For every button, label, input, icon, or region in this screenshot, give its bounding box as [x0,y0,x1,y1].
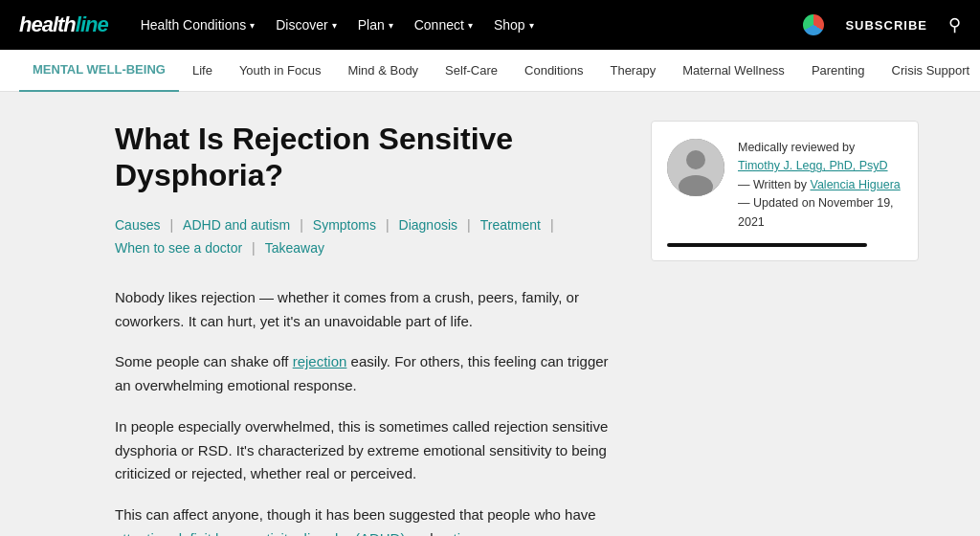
article-content: What Is Rejection Sensitive Dysphoria? C… [0,92,651,536]
chevron-down-icon: ▾ [529,20,534,31]
link-rejection[interactable]: rejection [293,353,347,369]
nav-sep: | [467,217,471,233]
article-body: Nobody likes rejection — whether it come… [115,286,612,536]
author-link[interactable]: Valencia Higuera [811,178,901,191]
reviewer-link[interactable]: Timothy J. Legg, PhD, PsyD [738,159,888,172]
nav-plan-label: Plan [358,17,385,33]
nav-discover-label: Discover [276,17,327,33]
avatar-image [667,139,724,196]
article-nav-row-2: When to see a doctor | Takeaway [115,238,612,257]
review-card-inner: Medically reviewed by Timothy J. Legg, P… [667,139,902,232]
article-title: What Is Rejection Sensitive Dysphoria? [115,121,612,194]
review-progress-bar [667,243,867,247]
chevron-down-icon: ▾ [332,20,337,31]
chevron-down-icon: ▾ [389,20,393,31]
article-navigation: Causes | ADHD and autism | Symptoms | Di… [115,215,612,261]
paragraph-3: In people especially overwhelmed, this i… [115,415,612,486]
nav-discover[interactable]: Discover ▾ [266,11,345,38]
nav-connect[interactable]: Connect ▾ [405,11,482,38]
written-by-label: — Written by [738,178,807,191]
nav-adhd-autism[interactable]: ADHD and autism [183,215,290,234]
nav-shop[interactable]: Shop ▾ [484,11,544,38]
article-nav-row-1: Causes | ADHD and autism | Symptoms | Di… [115,215,612,234]
tab-life[interactable]: Life [179,50,226,92]
nav-plan[interactable]: Plan ▾ [348,11,403,38]
search-icon[interactable]: ⚲ [948,14,961,35]
top-nav-right: SUBSCRIBE ⚲ [803,14,961,36]
site-logo[interactable]: healthline [19,12,108,37]
avatar [667,139,724,196]
tab-crisis-support[interactable]: Crisis Support [879,50,980,92]
nav-sep: | [169,217,173,233]
top-nav-items: Health Conditions ▾ Discover ▾ Plan ▾ Co… [131,11,800,38]
tab-self-care[interactable]: Self-Care [432,50,511,92]
paragraph-2: Some people can shake off rejection easi… [115,350,612,398]
link-autism[interactable]: autism [437,530,479,536]
sidebar: Medically reviewed by Timothy J. Legg, P… [651,92,938,536]
nav-sep: | [386,217,390,233]
nav-sep: | [300,217,303,233]
chevron-down-icon: ▾ [468,20,473,31]
top-navigation: healthline Health Conditions ▾ Discover … [0,0,980,50]
tab-conditions[interactable]: Conditions [511,50,596,92]
tab-parenting[interactable]: Parenting [798,50,879,92]
tab-youth-in-focus[interactable]: Youth in Focus [226,50,335,92]
nav-takeaway[interactable]: Takeaway [265,238,324,257]
review-text: Medically reviewed by Timothy J. Legg, P… [738,139,902,232]
globe-icon[interactable] [803,14,824,35]
nav-sep: | [550,217,554,233]
nav-health-conditions-label: Health Conditions [141,17,247,33]
svg-point-1 [686,150,705,169]
nav-treatment[interactable]: Treatment [480,215,541,234]
paragraph-4: This can affect anyone, though it has be… [115,503,612,536]
paragraph-1: Nobody likes rejection — whether it come… [115,286,612,334]
secondary-navigation: MENTAL WELL-BEING Life Youth in Focus Mi… [0,50,980,92]
nav-causes[interactable]: Causes [115,215,160,234]
review-card: Medically reviewed by Timothy J. Legg, P… [651,121,919,261]
nav-sep: | [252,240,256,256]
tab-maternal-wellness[interactable]: Maternal Wellness [669,50,798,92]
nav-when-to-see-doctor[interactable]: When to see a doctor [115,238,242,257]
tab-therapy[interactable]: Therapy [596,50,669,92]
avatar-svg [667,139,724,196]
nav-health-conditions[interactable]: Health Conditions ▾ [131,11,265,38]
nav-shop-label: Shop [494,17,525,33]
nav-symptoms[interactable]: Symptoms [313,215,376,234]
link-adhd[interactable]: attention deficit hyperactivity disorder… [115,530,405,536]
tab-mind-body[interactable]: Mind & Body [334,50,432,92]
updated-on-label: — Updated on November 19, 2021 [738,196,894,228]
subscribe-button[interactable]: SUBSCRIBE [837,14,935,36]
tab-mental-well-being[interactable]: MENTAL WELL-BEING [19,50,179,92]
medically-reviewed-label: Medically reviewed by [738,141,855,154]
chevron-down-icon: ▾ [250,20,255,31]
nav-connect-label: Connect [414,17,464,33]
nav-diagnosis[interactable]: Diagnosis [399,215,457,234]
main-content: What Is Rejection Sensitive Dysphoria? C… [0,92,980,536]
